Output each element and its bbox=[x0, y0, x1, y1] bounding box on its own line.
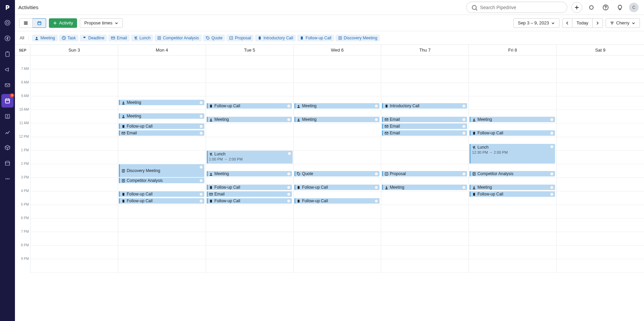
search-input[interactable] bbox=[480, 5, 562, 10]
calendar-event[interactable]: Follow-up Call bbox=[470, 130, 555, 136]
complete-toggle[interactable] bbox=[550, 186, 554, 189]
calendar-event[interactable]: Follow-up Call bbox=[119, 124, 204, 129]
calendar-event[interactable]: Follow-up Call bbox=[207, 185, 292, 190]
calendar-event[interactable]: Meeting bbox=[470, 185, 555, 190]
day-column[interactable] bbox=[557, 56, 644, 273]
nav-deals[interactable] bbox=[1, 32, 14, 45]
nav-contacts[interactable] bbox=[1, 110, 14, 123]
prev-week-button[interactable] bbox=[562, 18, 572, 28]
filter-chip-lunch[interactable]: Lunch bbox=[131, 35, 153, 41]
complete-toggle[interactable] bbox=[462, 104, 466, 108]
quick-add-button[interactable] bbox=[571, 2, 582, 13]
calendar-event[interactable]: Follow-up Call bbox=[470, 191, 555, 197]
complete-toggle[interactable] bbox=[199, 165, 203, 169]
complete-toggle[interactable] bbox=[374, 118, 378, 121]
calendar-event[interactable]: Competitor Analysis bbox=[119, 178, 204, 183]
calendar-event[interactable]: Follow-up Call bbox=[294, 198, 380, 204]
nav-activities[interactable]: 9 bbox=[1, 94, 14, 108]
filter-chip-competitor-analysis[interactable]: Competitor Analysis bbox=[154, 35, 202, 41]
day-header[interactable]: Mon 4 bbox=[118, 45, 206, 55]
complete-toggle[interactable] bbox=[550, 131, 554, 135]
complete-toggle[interactable] bbox=[199, 199, 203, 203]
complete-toggle[interactable] bbox=[374, 186, 378, 189]
filter-chip-email[interactable]: Email bbox=[108, 35, 130, 41]
calendar-event[interactable]: Proposal bbox=[382, 171, 467, 176]
calendar-event[interactable]: Discovery Meeting bbox=[119, 164, 204, 177]
complete-toggle[interactable] bbox=[550, 118, 554, 121]
calendar-event[interactable]: Email bbox=[382, 130, 467, 136]
calendar-event[interactable]: Follow-up Call bbox=[207, 198, 292, 204]
complete-toggle[interactable] bbox=[550, 145, 554, 149]
day-header[interactable]: Sat 9 bbox=[557, 45, 644, 55]
complete-toggle[interactable] bbox=[374, 199, 378, 203]
calendar-event[interactable]: Competitor Analysis bbox=[470, 171, 555, 176]
calendar-event[interactable]: Meeting bbox=[294, 103, 380, 109]
calendar-event[interactable]: Meeting bbox=[207, 117, 292, 122]
calendar-event[interactable]: Meeting bbox=[119, 100, 204, 105]
calendar-event[interactable]: Lunch1:00 PM → 2:00 PM bbox=[207, 151, 293, 164]
nav-projects[interactable] bbox=[1, 47, 14, 61]
day-column[interactable]: MeetingMeetingQuoteFollow-up CallFollow-… bbox=[294, 56, 381, 273]
complete-toggle[interactable] bbox=[287, 192, 291, 196]
nav-more[interactable] bbox=[1, 172, 14, 186]
calendar-event[interactable]: Lunch12:30 PM → 2:00 PM bbox=[470, 144, 555, 164]
complete-toggle[interactable] bbox=[287, 172, 291, 176]
calendar-event[interactable]: Introductory Call bbox=[382, 103, 467, 109]
day-header[interactable]: Fri 8 bbox=[469, 45, 556, 55]
calendar-event[interactable]: Email bbox=[119, 130, 204, 136]
filter-chip-discovery-meeting[interactable]: Discovery Meeting bbox=[335, 35, 380, 41]
filter-chip-introductory-call[interactable]: Introductory Call bbox=[255, 35, 296, 41]
complete-toggle[interactable] bbox=[288, 152, 291, 155]
calendar-event[interactable]: Email bbox=[207, 191, 292, 197]
complete-toggle[interactable] bbox=[199, 192, 203, 196]
complete-toggle[interactable] bbox=[462, 172, 466, 176]
complete-toggle[interactable] bbox=[374, 104, 378, 108]
complete-toggle[interactable] bbox=[287, 199, 291, 203]
nav-leads[interactable] bbox=[1, 16, 14, 30]
today-button[interactable]: Today bbox=[572, 18, 593, 28]
filter-chip-quote[interactable]: Quote bbox=[203, 35, 225, 41]
day-header[interactable]: Tue 5 bbox=[206, 45, 294, 55]
nav-insights[interactable] bbox=[1, 125, 14, 139]
complete-toggle[interactable] bbox=[199, 131, 203, 135]
day-column[interactable]: MeetingFollow-up CallLunch12:30 PM → 2:0… bbox=[469, 56, 556, 273]
calendar-event[interactable]: Follow-up Call bbox=[119, 198, 204, 204]
nav-campaigns[interactable] bbox=[1, 63, 14, 76]
add-activity-button[interactable]: Activity bbox=[49, 18, 77, 28]
filter-chip-proposal[interactable]: Proposal bbox=[226, 35, 254, 41]
help-icon[interactable] bbox=[601, 2, 611, 13]
calendar-event[interactable]: Follow-up Call bbox=[294, 185, 380, 190]
complete-toggle[interactable] bbox=[550, 172, 554, 176]
day-header[interactable]: Wed 6 bbox=[294, 45, 381, 55]
calendar-event[interactable]: Follow-up Call bbox=[119, 191, 204, 197]
day-column[interactable]: Introductory CallEmailEmailEmailProposal… bbox=[381, 56, 469, 273]
user-avatar[interactable]: C bbox=[629, 3, 639, 12]
search-box[interactable] bbox=[466, 2, 567, 13]
filter-all[interactable]: All bbox=[19, 36, 29, 40]
date-range-button[interactable]: Sep 3 – 9, 2023 bbox=[513, 18, 559, 28]
propose-times-button[interactable]: Propose times bbox=[80, 18, 123, 28]
day-header[interactable]: Sun 3 bbox=[31, 45, 118, 55]
calendar-event[interactable]: Meeting bbox=[470, 117, 555, 122]
calendar-event[interactable]: Email bbox=[382, 117, 467, 122]
day-column[interactable]: MeetingMeetingFollow-up CallEmailDiscove… bbox=[118, 56, 206, 273]
complete-toggle[interactable] bbox=[462, 118, 466, 121]
calendar-body[interactable]: 7 AM8 AM9 AM10 AM11 AM12 PM1 PM2 PM3 PM4… bbox=[15, 56, 644, 321]
complete-toggle[interactable] bbox=[374, 172, 378, 176]
complete-toggle[interactable] bbox=[199, 125, 203, 128]
extensions-icon[interactable] bbox=[586, 2, 596, 13]
calendar-event[interactable]: Meeting bbox=[207, 171, 292, 176]
day-column[interactable]: Follow-up CallMeetingLunch1:00 PM → 2:00… bbox=[206, 56, 294, 273]
complete-toggle[interactable] bbox=[287, 118, 291, 121]
calendar-view-button[interactable] bbox=[33, 18, 46, 28]
day-column[interactable] bbox=[31, 56, 118, 273]
complete-toggle[interactable] bbox=[287, 186, 291, 189]
calendar-event[interactable]: Meeting bbox=[382, 185, 467, 190]
calendar-event[interactable]: Meeting bbox=[119, 113, 204, 119]
complete-toggle[interactable] bbox=[462, 131, 466, 135]
calendar-event[interactable]: Email bbox=[382, 124, 467, 129]
calendar-event[interactable]: Follow-up Call bbox=[207, 103, 292, 109]
complete-toggle[interactable] bbox=[199, 179, 203, 183]
list-view-button[interactable] bbox=[19, 18, 33, 28]
filter-chip-follow-up-call[interactable]: Follow-up Call bbox=[297, 35, 334, 41]
